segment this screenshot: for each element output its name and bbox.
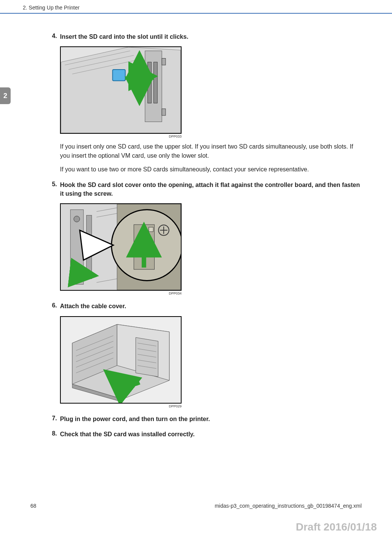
content-area: 4. Insert the SD card into the slot unti… [0, 14, 392, 439]
step-title: Check that the SD card was installed cor… [60, 430, 362, 439]
step-title: Plug in the power cord, and then turn on… [60, 415, 362, 423]
step-body: If you insert only one SD card, use the … [60, 142, 362, 174]
step-number: 6. [46, 302, 60, 309]
draft-stamp: Draft 2016/01/18 [296, 521, 377, 533]
svg-rect-9 [112, 70, 125, 81]
step-6: 6. Attach the cable cover. [46, 302, 362, 408]
figure-caption: DPP033 [60, 135, 182, 138]
step-number: 4. [46, 33, 60, 40]
step-4: 4. Insert the SD card into the slot unti… [46, 33, 362, 174]
page-header: 2. Setting Up the Printer [0, 0, 392, 14]
svg-rect-6 [153, 62, 157, 103]
svg-rect-22 [149, 227, 153, 232]
step-number: 7. [46, 415, 60, 422]
step-title: Attach the cable cover. [60, 302, 362, 310]
step-title: Hook the SD card slot cover onto the ope… [60, 181, 362, 198]
step-7: 7. Plug in the power cord, and then turn… [46, 415, 362, 423]
svg-point-12 [74, 216, 80, 222]
step-5: 5. Hook the SD card slot cover onto the … [46, 181, 362, 295]
step-8: 8. Check that the SD card was installed … [46, 430, 362, 439]
step-number: 5. [46, 181, 60, 188]
svg-rect-5 [148, 62, 152, 103]
page: 2. Setting Up the Printer 2 4. Insert th… [0, 0, 392, 540]
chapter-tab: 2 [0, 87, 11, 104]
figure-caption: DPP029 [60, 404, 182, 408]
chapter-tab-number: 2 [3, 92, 7, 100]
svg-rect-8 [162, 109, 166, 116]
step-title: Insert the SD card into the slot until i… [60, 33, 362, 41]
file-id: midas-p3_com_operating_instructions_gb_0… [215, 503, 362, 509]
page-number: 68 [30, 503, 36, 509]
figure-dpp029 [60, 316, 182, 404]
svg-rect-7 [162, 59, 166, 65]
figure-caption: DPP034 [60, 291, 182, 295]
step-body-paragraph: If you insert only one SD card, use the … [60, 142, 362, 160]
figure-dpp034 [60, 203, 182, 291]
page-footer: 68 midas-p3_com_operating_instructions_g… [0, 503, 392, 509]
figure-dpp033 [60, 46, 182, 134]
step-number: 8. [46, 430, 60, 437]
chapter-title: 2. Setting Up the Printer [23, 5, 79, 11]
step-body-paragraph: If you want to use two or more SD cards … [60, 165, 362, 174]
